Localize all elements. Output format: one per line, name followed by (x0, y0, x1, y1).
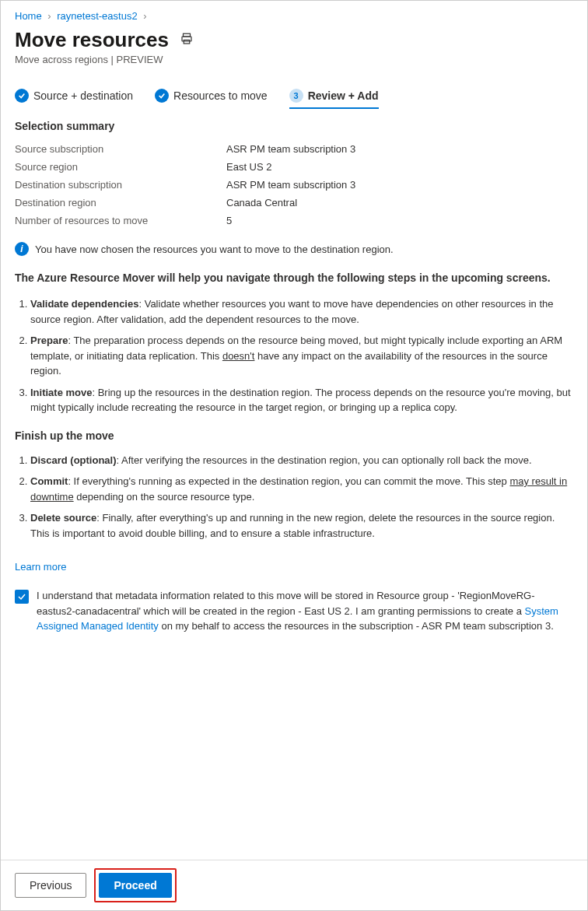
info-banner: i You have now chosen the resources you … (15, 242, 573, 256)
list-item: Initiate move: Bring up the resources in… (30, 382, 573, 419)
wizard-tabs: Source + destination Resources to move 3… (15, 84, 573, 109)
svg-rect-2 (184, 40, 190, 44)
tab-source-destination[interactable]: Source + destination (15, 84, 133, 109)
learn-more-link[interactable]: Learn more (15, 561, 66, 573)
summary-key: Source subscription (15, 143, 226, 155)
tab-resources-to-move[interactable]: Resources to move (155, 84, 268, 109)
check-icon (15, 89, 29, 103)
consent-text: I understand that metadata information r… (37, 588, 565, 634)
print-icon[interactable] (180, 32, 194, 48)
list-item: Prepare: The preparation process depends… (30, 330, 573, 382)
summary-value: East US 2 (226, 161, 272, 173)
page-title: Move resources (15, 28, 169, 52)
check-icon (155, 89, 169, 103)
list-item: Discard (optional): After verifying the … (30, 450, 573, 471)
breadcrumb: Home › raynetest-eastus2 › (15, 9, 573, 26)
consent-row: I understand that metadata information r… (15, 588, 573, 634)
selection-summary-heading: Selection summary (15, 120, 573, 132)
breadcrumb-resource[interactable]: raynetest-eastus2 (57, 10, 137, 22)
list-item: Validate dependencies: Validate whether … (30, 293, 573, 330)
list-item: Delete source: Finally, after everything… (30, 507, 573, 544)
tab-label: Review + Add (308, 89, 379, 102)
chevron-right-icon: › (140, 10, 149, 22)
previous-button[interactable]: Previous (15, 873, 86, 898)
summary-value: ASR PM team subscription 3 (226, 143, 355, 155)
consent-checkbox[interactable] (15, 590, 29, 604)
summary-value: 5 (226, 215, 232, 226)
info-icon: i (15, 242, 29, 256)
info-text: You have now chosen the resources you wa… (35, 244, 394, 255)
tab-label: Resources to move (173, 89, 268, 102)
breadcrumb-home[interactable]: Home (15, 10, 42, 22)
steps-intro: The Azure Resource Mover will help you n… (15, 272, 573, 284)
proceed-button[interactable]: Proceed (99, 873, 171, 898)
summary-value: ASR PM team subscription 3 (226, 179, 355, 191)
tab-review-add[interactable]: 3 Review + Add (289, 84, 379, 109)
list-item: Commit: If everything's running as expec… (30, 471, 573, 507)
tab-label: Source + destination (33, 89, 133, 102)
summary-key: Number of resources to move (15, 215, 226, 226)
proceed-highlight: Proceed (94, 868, 176, 902)
step-number-icon: 3 (289, 89, 303, 103)
finish-heading: Finish up the move (15, 429, 573, 442)
wizard-footer: Previous Proceed (1, 860, 587, 910)
summary-key: Destination region (15, 197, 226, 208)
finish-steps-list: Discard (optional): After verifying the … (15, 450, 573, 545)
selection-summary-table: Source subscription ASR PM team subscrip… (15, 140, 573, 230)
chevron-right-icon: › (44, 10, 54, 22)
summary-value: Canada Central (226, 197, 297, 208)
prepare-steps-list: Validate dependencies: Validate whether … (15, 293, 573, 419)
page-subtitle: Move across regions | PREVIEW (15, 54, 573, 65)
summary-key: Source region (15, 161, 226, 173)
summary-key: Destination subscription (15, 179, 226, 191)
